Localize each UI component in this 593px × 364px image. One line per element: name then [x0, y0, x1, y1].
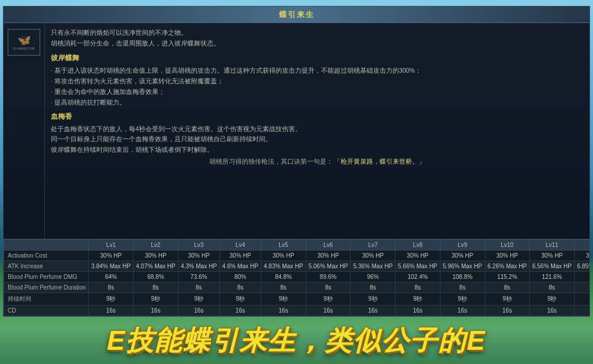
cell-r0-c3: 30% HP [219, 251, 261, 261]
section2-content: 处于血梅香状态下的敌人，每4秒会受到一次火元素伤害。这个伤害视为元素战技伤害。 … [51, 124, 584, 156]
panel-title: 蝶引来生 [279, 10, 315, 19]
col-header-lv9: Lv9 [440, 240, 485, 251]
col-header-lv2: Lv2 [134, 240, 179, 251]
cell-r3-c11: 8s [574, 282, 589, 293]
status-bullet-3: 彼岸蝶舞在持续时间结束后，胡桃下场或者倒下时解除。 [51, 145, 584, 155]
stats-table-wrapper: Lv1 Lv2 Lv3 Lv4 Lv5 Lv6 Lv7 Lv8 Lv9 Lv10… [4, 239, 589, 316]
quote-content: 「枪开黄泉路，蝶引来世桥。」 [334, 158, 425, 165]
cell-r1-c1: 4.07% Max HP [134, 261, 179, 272]
cell-r4-c7: 9秒 [396, 293, 440, 306]
cell-r0-c10: 30% HP [530, 251, 575, 261]
row-label: Blood Plum Perfume Duration [4, 282, 89, 293]
cell-r3-c3: 8s [219, 282, 261, 293]
col-header-lv5: Lv5 [261, 240, 306, 251]
cell-r5-c4: 16s [261, 306, 306, 316]
cell-r0-c2: 30% HP [178, 251, 219, 261]
content-area: 🦋 G-HHW.COM 只有永不间断的烙焰可以洗净世间的不净之物。 胡桃消耗一部… [4, 23, 589, 239]
cell-r5-c2: 16s [178, 306, 219, 316]
cell-r3-c7: 8s [396, 282, 440, 293]
cell-r0-c5: 30% HP [306, 251, 351, 261]
cell-r0-c6: 30% HP [351, 251, 396, 261]
cell-r2-c5: 89.6% [306, 272, 351, 282]
ability-bullet-1: · 基于进入该状态时胡桃的生命值上限，提高胡桃的攻击力。通过这种方式获得的攻击力… [51, 66, 584, 76]
table-row: Blood Plum Perfume Duration8s8s8s8s8s8s8… [4, 282, 590, 293]
cell-r2-c11: 128% [574, 272, 589, 282]
cell-r0-c1: 30% HP [134, 251, 179, 261]
row-label: 持续时间 [4, 293, 89, 306]
cell-r3-c0: 8s [89, 282, 134, 293]
cell-r0-c8: 30% HP [440, 251, 485, 261]
quote-prefix: 胡桃所习得的独传枪法，其口诀第一句是： [209, 158, 333, 165]
col-header-lv3: Lv3 [178, 240, 219, 251]
section1-title: 彼岸蝶舞 [51, 53, 584, 63]
cell-r4-c1: 9秒 [134, 293, 179, 306]
table-header-row: Lv1 Lv2 Lv3 Lv4 Lv5 Lv6 Lv7 Lv8 Lv9 Lv10… [4, 240, 590, 251]
cell-r1-c2: 4.3% Max HP [178, 261, 219, 272]
cell-r5-c11: 16s [574, 306, 589, 316]
intro-line1: 只有永不间断的烙焰可以洗净世间的不净之物。 [51, 28, 584, 38]
title-bar: 蝶引来生 [4, 6, 589, 23]
cell-r5-c3: 16s [219, 306, 261, 316]
cell-r3-c2: 8s [178, 282, 219, 293]
quote-line: 胡桃所习得的独传枪法，其口诀第一句是： 「枪开黄泉路，蝶引来世桥。」 [51, 158, 584, 166]
intro-line2: 胡桃消耗一部分生命，击退周围敌人，进入彼岸蝶舞状态。 [51, 38, 584, 49]
stats-table: Lv1 Lv2 Lv3 Lv4 Lv5 Lv6 Lv7 Lv8 Lv9 Lv10… [4, 239, 589, 316]
cell-r0-c11: 30% HP [574, 251, 589, 261]
col-header-lv6: Lv6 [306, 240, 351, 251]
cell-r5-c0: 16s [89, 306, 134, 316]
cell-r4-c4: 9秒 [261, 293, 306, 306]
row-label: ATK Increase [4, 261, 89, 272]
cell-r2-c4: 84.8% [261, 272, 306, 282]
cell-r4-c2: 9秒 [178, 293, 219, 306]
intro-text: 只有永不间断的烙焰可以洗净世间的不净之物。 胡桃消耗一部分生命，击退周围敌人，进… [51, 28, 584, 48]
cell-r0-c7: 30% HP [396, 251, 440, 261]
section1-content: · 基于进入该状态时胡桃的生命值上限，提高胡桃的攻击力。通过这种方式获得的攻击力… [51, 66, 584, 108]
cell-r1-c3: 4.6% Max HP [219, 261, 261, 272]
cell-r4-c5: 9秒 [306, 293, 351, 306]
table-row: Activation Cost30% HP30% HP30% HP30% HP3… [4, 251, 590, 261]
col-header-lv8: Lv8 [396, 240, 440, 251]
cell-r2-c1: 68.8% [134, 272, 179, 282]
cell-r2-c0: 64% [89, 272, 134, 282]
cell-r2-c3: 80% [219, 272, 261, 282]
cell-r5-c9: 16s [485, 306, 530, 316]
cell-r0-c0: 30% HP [89, 251, 134, 261]
col-header-lv4: Lv4 [219, 240, 261, 251]
cell-r1-c5: 5.06% Max HP [306, 261, 351, 272]
cell-r2-c7: 102.4% [396, 272, 440, 282]
section2-title: 血梅香 [51, 112, 584, 122]
row-label: CD [4, 306, 89, 316]
cell-r1-c8: 5.96% Max HP [440, 261, 485, 272]
cell-r2-c8: 108.8% [440, 272, 485, 282]
cell-r1-c7: 5.66% Max HP [396, 261, 440, 272]
table-row: 持续时间9秒9秒9秒9秒9秒9秒9秒9秒9秒9秒9秒9秒9秒9秒9秒 [4, 293, 590, 306]
cell-r0-c4: 30% HP [261, 251, 306, 261]
cell-r3-c6: 8s [351, 282, 396, 293]
main-panel: 蝶引来生 🦋 G-HHW.COM 只有永不间断的烙焰可以洗净世间的不净之物。 胡… [3, 6, 590, 317]
cell-r4-c6: 9秒 [351, 293, 396, 306]
cell-r0-c9: 30% HP [485, 251, 530, 261]
cell-r3-c9: 8s [485, 282, 530, 293]
cell-r4-c3: 9秒 [219, 293, 261, 306]
ability-bullet-4: · 提高胡桃的抗打断能力。 [51, 98, 584, 108]
logo-box: 🦋 G-HHW.COM [8, 29, 40, 56]
logo-area: 🦋 G-HHW.COM [4, 23, 45, 239]
col-header-lv7: Lv7 [351, 240, 396, 251]
table-row: ATK Increase3.84% Max HP4.07% Max HP4.3%… [4, 261, 590, 272]
cell-r1-c6: 5.36% Max HP [351, 261, 396, 272]
logo-site-text: G-HHW.COM [13, 47, 34, 50]
cell-r2-c9: 115.2% [485, 272, 530, 282]
cell-r1-c4: 4.83% Max HP [261, 261, 306, 272]
status-bullet-2: 同一个目标身上只能存在一个血梅香效果，且只能被胡桃自己刷新持续时间。 [51, 134, 584, 145]
col-header-lv1: Lv1 [89, 240, 134, 251]
col-header-lv10: Lv10 [485, 240, 530, 251]
ability-bullet-3: · 重击会为命中的敌人施加血梅香效果； [51, 87, 584, 98]
cell-r1-c10: 6.56% Max HP [530, 261, 575, 272]
table-body: Activation Cost30% HP30% HP30% HP30% HP3… [4, 251, 590, 316]
table-row: CD16s16s16s16s16s16s16s16s16s16s16s16s16… [4, 306, 590, 316]
bottom-banner-text: E技能蝶引来生，类似公子的E [107, 323, 486, 359]
cell-r3-c1: 8s [134, 282, 179, 293]
cell-r4-c8: 9秒 [440, 293, 485, 306]
cell-r5-c6: 16s [351, 306, 396, 316]
cell-r1-c0: 3.84% Max HP [89, 261, 134, 272]
